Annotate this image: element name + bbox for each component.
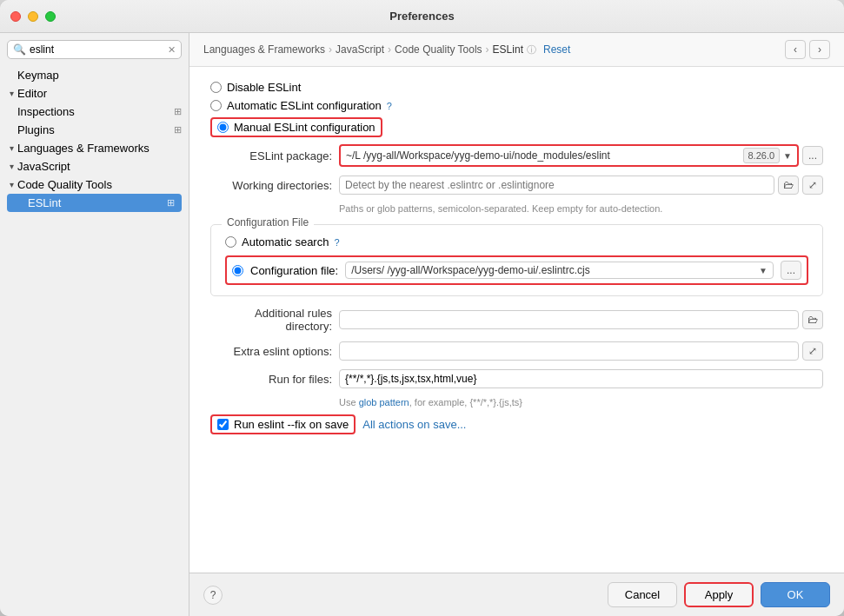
titlebar: Preferences (0, 0, 844, 33)
breadcrumb-part-1: Languages & Frameworks (203, 43, 325, 56)
window-controls (10, 11, 56, 22)
auto-eslint-label: Automatic ESLint configuration (227, 99, 382, 112)
auto-eslint-radio[interactable] (210, 100, 222, 111)
auto-search-label: Automatic search (242, 235, 329, 248)
breadcrumb-bar: Languages & Frameworks › JavaScript › Co… (189, 33, 844, 67)
sidebar-item-label: Languages & Frameworks (17, 142, 150, 155)
extra-options-expand-button[interactable]: ⤢ (802, 341, 823, 361)
triangle-down-icon: ▾ (7, 181, 16, 189)
glob-pattern-link[interactable]: glob pattern (359, 397, 409, 407)
window-title: Preferences (389, 10, 454, 23)
additional-rules-row: Additional rules directory: 🗁 (210, 307, 823, 333)
package-dropdown-arrow[interactable]: ▼ (783, 151, 792, 161)
forward-icon: › (818, 43, 821, 56)
sidebar-item-label: Keymap (17, 69, 59, 82)
eslint-package-value: ~/L /yyg-all/Workspace/yyg-demo-ui/node_… (346, 149, 740, 162)
sidebar-item-languages-frameworks[interactable]: ▾ Languages & Frameworks (0, 139, 189, 157)
run-on-save-label: Run eslint --fix on save (234, 418, 349, 431)
help-button[interactable]: ? (203, 586, 223, 605)
working-dirs-field: 🗁 ⤢ (339, 176, 823, 195)
auto-search-option[interactable]: Automatic search ? (225, 235, 808, 248)
apply-button[interactable]: Apply (684, 582, 754, 607)
close-button[interactable] (10, 11, 21, 22)
cancel-button[interactable]: Cancel (608, 582, 677, 607)
working-dirs-expand-button[interactable]: ⤢ (802, 176, 823, 195)
spacer-icon (7, 71, 16, 80)
run-on-save-checkbox[interactable] (217, 419, 229, 430)
breadcrumb-sep-2: › (388, 43, 391, 56)
breadcrumb-sep-3: › (486, 43, 489, 56)
config-file-legend: Configuration File (222, 216, 314, 229)
additional-rules-field: 🗁 (339, 310, 823, 329)
config-file-input-container: /Users/ /yyg-all/Workspace/yyg-demo-ui/.… (345, 262, 774, 279)
disable-eslint-radio[interactable] (210, 82, 222, 93)
run-for-files-input[interactable] (339, 369, 823, 388)
manual-eslint-radio[interactable] (217, 122, 229, 133)
disable-eslint-option[interactable]: Disable ESLint (210, 81, 823, 94)
back-icon: ‹ (794, 43, 797, 56)
maximize-button[interactable] (45, 11, 56, 22)
extra-options-row: Extra eslint options: ⤢ (210, 341, 823, 361)
additional-rules-input[interactable] (339, 310, 799, 329)
sidebar-item-label: Inspections (17, 105, 75, 118)
plugins-icon: ⊞ (174, 124, 182, 136)
sidebar-item-code-quality-tools[interactable]: ▾ Code Quality Tools (0, 176, 189, 194)
paths-hint: Paths or glob patterns, semicolon-separa… (339, 203, 823, 214)
extra-options-field: ⤢ (339, 341, 823, 361)
auto-help-icon[interactable]: ? (387, 101, 392, 111)
preferences-window: Preferences 🔍 ✕ Keymap ▾ Editor (0, 0, 844, 616)
ok-button[interactable]: OK (761, 582, 830, 607)
config-file-browse-button[interactable]: ... (781, 261, 801, 280)
footer: ? Cancel Apply OK (189, 573, 844, 616)
config-file-value: /Users/ /yyg-all/Workspace/yyg-demo-ui/.… (351, 264, 755, 276)
run-for-files-row: Run for files: (210, 369, 823, 388)
auto-search-radio[interactable] (225, 236, 236, 248)
disable-eslint-label: Disable ESLint (227, 81, 301, 94)
eslint-package-input-highlighted: ~/L /yyg-all/Workspace/yyg-demo-ui/node_… (339, 144, 799, 167)
sidebar-item-keymap[interactable]: Keymap (0, 66, 189, 84)
working-dirs-input[interactable] (339, 176, 774, 195)
run-on-save-row: Run eslint --fix on save All actions on … (210, 414, 823, 434)
nav-buttons: ‹ › (785, 40, 830, 59)
auto-eslint-option[interactable]: Automatic ESLint configuration ? (210, 99, 823, 112)
breadcrumb-info-icon: ⓘ (527, 43, 536, 56)
extra-options-label: Extra eslint options: (210, 345, 332, 358)
sidebar-item-eslint[interactable]: ESLint ⊞ (7, 194, 182, 212)
all-actions-link[interactable]: All actions on save... (362, 418, 466, 431)
additional-rules-browse-button[interactable]: 🗁 (802, 310, 823, 329)
breadcrumb-part-2: JavaScript (336, 43, 384, 56)
sidebar-item-plugins[interactable]: Plugins ⊞ (0, 121, 189, 139)
sidebar-item-label: ESLint (28, 196, 61, 209)
working-dirs-row: Working directories: 🗁 ⤢ (210, 176, 823, 195)
search-input[interactable] (30, 43, 164, 56)
sidebar-item-eslint-container: ESLint ⊞ (3, 194, 185, 212)
footer-buttons: Cancel Apply OK (608, 582, 830, 607)
search-box[interactable]: 🔍 ✕ (7, 40, 182, 59)
main-area: 🔍 ✕ Keymap ▾ Editor Inspections ⊞ (0, 33, 844, 616)
minimize-button[interactable] (28, 11, 38, 22)
sidebar-item-inspections[interactable]: Inspections ⊞ (0, 103, 189, 121)
breadcrumb-sep-1: › (329, 43, 332, 56)
extra-options-input[interactable] (339, 341, 799, 361)
forward-button[interactable]: › (809, 40, 830, 59)
additional-rules-label: Additional rules directory: (210, 307, 332, 333)
sidebar-item-label: Editor (17, 87, 47, 100)
folder-icon: 🗁 (807, 314, 818, 326)
sidebar-item-javascript[interactable]: ▾ JavaScript (0, 157, 189, 176)
glob-hint: Use glob pattern, for example, {**/*,*}.… (339, 397, 823, 407)
config-file-dropdown-arrow[interactable]: ▼ (759, 266, 768, 275)
breadcrumb: Languages & Frameworks › JavaScript › Co… (203, 43, 536, 56)
back-button[interactable]: ‹ (785, 40, 806, 59)
auto-search-help-icon[interactable]: ? (334, 237, 339, 248)
sidebar-item-label: JavaScript (17, 160, 70, 173)
manual-eslint-option[interactable]: Manual ESLint configuration (210, 117, 823, 137)
eslint-package-browse-button[interactable]: ... (802, 146, 823, 165)
eslint-package-row: ESLint package: ~/L /yyg-all/Workspace/y… (210, 144, 823, 167)
config-file-radio[interactable] (232, 265, 243, 276)
triangle-down-icon: ▾ (7, 162, 16, 171)
working-dirs-browse-button[interactable]: 🗁 (778, 176, 799, 195)
settings-content: Disable ESLint Automatic ESLint configur… (189, 67, 844, 573)
sidebar-item-editor[interactable]: ▾ Editor (0, 84, 189, 103)
clear-icon[interactable]: ✕ (168, 44, 176, 56)
reset-button[interactable]: Reset (543, 43, 570, 56)
